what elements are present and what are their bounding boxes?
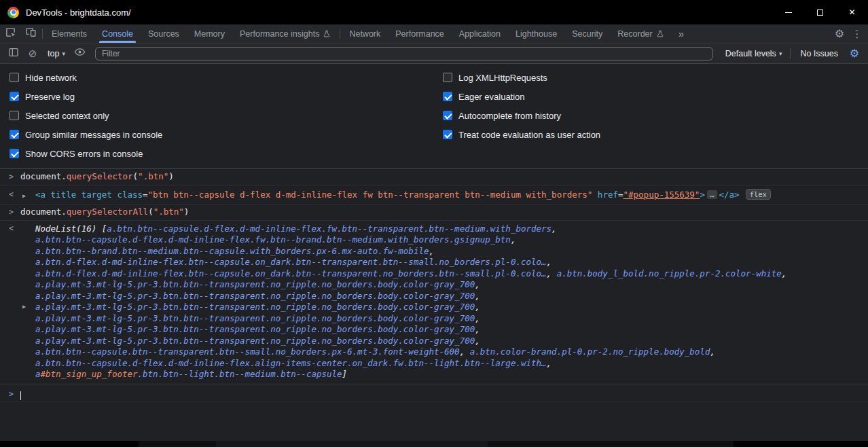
checkbox[interactable] [10, 111, 19, 120]
console-sidebar-button[interactable] [4, 47, 23, 60]
checkbox[interactable] [443, 111, 452, 120]
nodelist-line: a.play.mt-3.mt-lg-5.pr-3.btn.btn--transp… [35, 324, 863, 336]
code-text: , [551, 224, 557, 234]
tab-application[interactable]: Application [452, 24, 508, 43]
input-chevron: > [9, 207, 14, 218]
code-text: ) [184, 207, 189, 217]
minimize-icon [785, 12, 792, 13]
checkbox[interactable] [443, 130, 452, 139]
attr-token: class [112, 190, 143, 200]
expand-triangle-icon[interactable]: ▶ [22, 301, 26, 312]
method-token: querySelectorAll [67, 207, 148, 217]
node-selector-token: a.btn.btn--brand.btn--medium.btn--capsul… [35, 246, 429, 256]
issues-counter[interactable]: No Issues [793, 49, 845, 58]
tab-label: Elements [52, 29, 87, 39]
tab-security[interactable]: Security [564, 24, 610, 43]
inspect-element-button[interactable] [0, 24, 20, 43]
window-titlebar: DevTools - brightdata.com/ ✕ [0, 0, 868, 24]
checkbox[interactable] [10, 73, 19, 82]
setting-group-similar-messages-in-console[interactable]: Group similar messages in console [0, 125, 433, 144]
console-row-input: >document.querySelectorAll(".btn") [0, 204, 868, 220]
setting-label: Eager evaluation [458, 92, 525, 102]
maximize-button[interactable] [804, 0, 836, 24]
string-token: ".btn" [153, 207, 184, 217]
code-text: document. [20, 207, 67, 217]
tab-sources[interactable]: Sources [141, 24, 187, 43]
setting-hide-network[interactable]: Hide network [0, 68, 433, 87]
expand-triangle-icon[interactable]: ▶ [22, 190, 26, 202]
attr-token: target [76, 190, 112, 200]
console-toolbar: ⊘ top ▾ Default levels ▾ No Issues ⚙ [0, 43, 868, 64]
checkbox[interactable] [10, 130, 19, 139]
code-text: , [460, 346, 470, 357]
experiment-flask-icon [656, 30, 664, 38]
tabbar-right-controls: ⚙ ⋮ [830, 24, 868, 43]
context-selector[interactable]: top ▾ [42, 49, 71, 58]
tab-lighthouse[interactable]: Lighthouse [508, 24, 564, 43]
node-selector-token: a.btn.btn--capsule.d-flex.d-md-inline-fl… [35, 358, 547, 368]
setting-show-cors-errors-in-console[interactable]: Show CORS errors in console [0, 144, 433, 163]
log-levels-dropdown[interactable]: Default levels ▾ [720, 49, 788, 58]
taskbar-segment [216, 441, 488, 447]
tab-performance[interactable]: Performance [388, 24, 452, 43]
tab-network[interactable]: Network [342, 24, 388, 43]
settings-column-right: Log XMLHttpRequestsEager evaluationAutoc… [433, 68, 868, 163]
tab-label: Network [349, 29, 380, 39]
tab-console[interactable]: Console [94, 24, 141, 43]
settings-gear-icon[interactable]: ⚙ [830, 27, 849, 40]
inline-expand-button[interactable]: … [707, 190, 717, 199]
setting-treat-code-evaluation-as-user-action[interactable]: Treat code evaluation as user action [433, 125, 868, 144]
nodelist-line: a.btn.d-flex.d-md-inline-flex.btn--capsu… [35, 257, 863, 268]
close-button[interactable]: ✕ [836, 0, 868, 24]
tab-elements[interactable]: Elements [44, 24, 94, 43]
setting-selected-context-only[interactable]: Selected context only [0, 106, 433, 125]
tab-separator [340, 29, 340, 39]
attr-token: title [46, 190, 76, 200]
node-selector-token: .btn.btn--light.btn--medium.btn--capsule [138, 369, 342, 379]
tab-label: Lighthouse [516, 29, 557, 39]
href-value-link[interactable]: "#popup-155639" [623, 190, 700, 200]
console-prompt[interactable]: > [0, 385, 868, 402]
tab-performance-insights[interactable]: Performance insights [232, 24, 338, 43]
filter-input[interactable] [95, 47, 713, 60]
nodelist-line: a.btn.btn--capsule.btn--transparent.btn-… [35, 346, 863, 358]
prompt-chevron: > [9, 389, 14, 399]
code-text: , [475, 291, 480, 301]
tab-label: Performance insights [240, 29, 319, 39]
nodelist-line: a#btn_sign_up_footer.btn.btn--light.btn-… [35, 369, 863, 380]
checkbox[interactable] [443, 73, 452, 82]
setting-eager-evaluation[interactable]: Eager evaluation [433, 87, 868, 106]
tab-memory[interactable]: Memory [187, 24, 232, 43]
setting-preserve-log[interactable]: Preserve log [0, 87, 433, 106]
device-toolbar-button[interactable] [20, 24, 41, 43]
setting-autocomplete-from-history[interactable]: Autocomplete from history [433, 106, 868, 125]
tab-recorder[interactable]: Recorder [610, 24, 671, 43]
flex-badge[interactable]: flex [746, 189, 771, 200]
live-expression-button[interactable] [71, 46, 90, 60]
clear-console-button[interactable]: ⊘ [23, 48, 42, 58]
code-text: , [475, 302, 480, 312]
tag-token: > [700, 190, 705, 200]
minimize-button[interactable] [772, 0, 804, 24]
setting-label: Selected context only [25, 111, 109, 121]
tab-label: Memory [194, 29, 225, 39]
context-selector-value: top [48, 49, 59, 58]
checkbox[interactable] [443, 92, 452, 101]
checkbox[interactable] [10, 149, 19, 158]
code-text: ] [342, 369, 348, 379]
eye-icon [74, 46, 86, 60]
node-selector-token: a.play.mt-3.mt-lg-5.pr-3.btn.btn--transp… [35, 279, 475, 289]
setting-log-xmlhttprequests[interactable]: Log XMLHttpRequests [433, 68, 868, 87]
code-text: , [475, 324, 480, 334]
console-settings-button[interactable]: ⚙ [845, 47, 864, 60]
console-row-element: <▶<a title target class="btn btn--capsul… [0, 185, 868, 204]
tag-token: </a> [719, 190, 740, 200]
tab-label: Security [572, 29, 602, 39]
clear-console-icon: ⊘ [29, 48, 37, 58]
tab-label: Console [102, 29, 133, 39]
output-chevron: < [9, 223, 14, 234]
more-options-icon[interactable]: ⋮ [849, 28, 865, 40]
more-tabs-button[interactable]: » [672, 24, 691, 43]
checkbox[interactable] [10, 92, 19, 101]
node-selector-token: a.play.mt-3.mt-lg-5.pr-3.btn.btn--transp… [35, 313, 475, 323]
